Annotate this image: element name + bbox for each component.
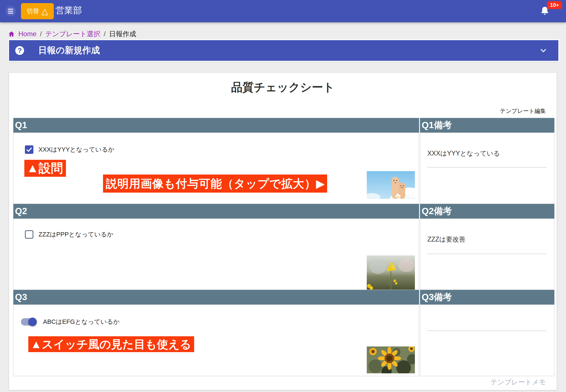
breadcrumb-home-link[interactable]: Home — [18, 30, 37, 38]
q1-remark-header: Q1備考 — [420, 118, 554, 133]
yellow-rapeseed-flower-photo — [367, 255, 415, 290]
finger-puppet-couple-sky-photo — [367, 171, 415, 199]
q2-remark-header: Q2備考 — [420, 204, 554, 219]
q3-toggle-switch[interactable] — [21, 318, 37, 326]
q3-remark-cell — [420, 305, 554, 376]
toggle-knob — [28, 318, 37, 326]
notification-count-badge[interactable]: 10+ — [547, 1, 562, 9]
q3-question-label: ABCはEFGとなっているか — [43, 318, 120, 326]
hamburger-icon — [8, 11, 13, 12]
breadcrumb-current-page: 日報作成 — [109, 29, 136, 38]
q1-header: Q1 — [13, 118, 419, 133]
breadcrumb-template-select-link[interactable]: テンプレート選択 — [45, 29, 100, 38]
q1-remark-input-underline — [427, 167, 546, 167]
q1-photo-thumbnail[interactable] — [367, 171, 415, 199]
q2-cell: ZZZはPPPとなっているか — [13, 219, 419, 290]
q2-checkbox[interactable] — [25, 230, 33, 239]
breadcrumb-separator: / — [40, 30, 42, 38]
q1-remark-cell: XXXはYYYとなっている — [420, 133, 554, 204]
q2-header: Q2 — [13, 204, 419, 219]
q2-checkbox-row: ZZZはPPPとなっているか — [25, 230, 113, 239]
sheet-title: 品質チェックシート — [9, 79, 557, 95]
new-report-banner[interactable]: ? 日報の新規作成 — [9, 40, 558, 61]
app-bar: 切替 △ 営業部 10+ — [0, 0, 566, 22]
home-icon — [8, 31, 15, 38]
q3-remark-input-underline — [427, 331, 546, 331]
banner-title: 日報の新規作成 — [38, 40, 100, 61]
breadcrumb: Home / テンプレート選択 / 日報作成 — [8, 30, 136, 38]
hamburger-menu-button[interactable] — [5, 6, 16, 16]
template-edit-link[interactable]: テンプレート編集 — [500, 107, 546, 115]
q2-question-label: ZZZはPPPとなっているか — [38, 230, 113, 239]
chevron-down-icon[interactable] — [540, 47, 547, 54]
triangle-icon: △ — [42, 7, 48, 16]
breadcrumb-separator: / — [104, 30, 106, 38]
checksheet-card: 品質チェックシート テンプレート編集 Q1 Q1備考 XXXはYYYとなっている… — [9, 72, 557, 390]
hamburger-icon — [8, 9, 13, 10]
hamburger-icon — [8, 13, 13, 14]
q1-checkbox[interactable] — [25, 145, 33, 154]
annotation-image-label: 説明用画像も付与可能（タップで拡大）▶ — [103, 175, 327, 193]
q1-checkbox-row: XXXはYYYとなっているか — [25, 145, 114, 154]
q3-switch-row: ABCはEFGとなっているか — [21, 318, 120, 326]
q3-cell: ABCはEFGとなっているか ▲スイッチ風の見た目も使える — [13, 305, 419, 376]
q2-remark-input-underline — [427, 254, 546, 254]
checkmark-icon — [26, 146, 33, 153]
screen: 切替 △ 営業部 10+ Home / テンプレート選択 / 日報作成 ? 日報… — [0, 0, 566, 392]
q2-remark-cell: ZZZは要改善 — [420, 219, 554, 290]
q3-photo-thumbnail[interactable] — [367, 346, 415, 373]
annotation-question-label: ▲設問 — [24, 160, 66, 177]
annotation-switch-label: ▲スイッチ風の見た目も使える — [28, 336, 194, 352]
q3-remark-header: Q3備考 — [420, 290, 554, 305]
q1-remark-value[interactable]: XXXはYYYとなっている — [427, 149, 500, 158]
q1-cell: XXXはYYYとなっているか ▲設問 説明用画像も付与可能（タップで拡大）▶ — [13, 133, 419, 204]
q2-photo-thumbnail[interactable] — [367, 255, 415, 290]
template-memo-label: テンプレートメモ — [490, 378, 546, 387]
switch-button-label: 切替 — [27, 7, 39, 16]
q3-header: Q3 — [13, 290, 419, 305]
small-sunflower-left — [369, 348, 377, 355]
sunflower-field-photo — [367, 346, 415, 373]
q2-remark-value[interactable]: ZZZは要改善 — [427, 235, 466, 244]
help-icon[interactable]: ? — [15, 46, 24, 55]
department-title: 営業部 — [55, 0, 82, 22]
switch-department-button[interactable]: 切替 △ — [21, 3, 54, 19]
q1-question-label: XXXはYYYとなっているか — [38, 145, 114, 154]
